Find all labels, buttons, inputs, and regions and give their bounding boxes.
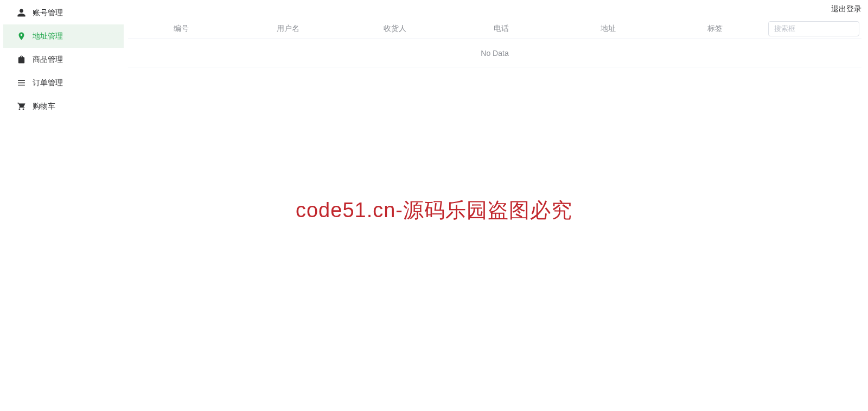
list-icon bbox=[16, 78, 26, 88]
sidebar-item-product[interactable]: 商品管理 bbox=[3, 48, 124, 71]
sidebar-item-account[interactable]: 账号管理 bbox=[3, 1, 124, 24]
col-username: 用户名 bbox=[235, 24, 342, 34]
col-receiver: 收货人 bbox=[341, 24, 448, 34]
col-phone: 电话 bbox=[448, 24, 555, 34]
search-input[interactable] bbox=[768, 21, 859, 36]
location-icon bbox=[16, 31, 26, 41]
sidebar-item-cart[interactable]: 购物车 bbox=[3, 94, 124, 118]
sidebar-item-label: 购物车 bbox=[33, 102, 55, 111]
main-content: 编号 用户名 收货人 电话 地址 标签 No Data bbox=[128, 18, 861, 67]
table-header: 编号 用户名 收货人 电话 地址 标签 bbox=[128, 18, 861, 39]
col-address: 地址 bbox=[555, 24, 662, 34]
col-id: 编号 bbox=[128, 24, 235, 34]
col-tag: 标签 bbox=[661, 24, 768, 34]
address-table: 编号 用户名 收货人 电话 地址 标签 No Data bbox=[128, 18, 861, 67]
col-search bbox=[768, 21, 861, 36]
sidebar-item-address[interactable]: 地址管理 bbox=[3, 24, 124, 48]
logout-link[interactable]: 退出登录 bbox=[831, 4, 861, 13]
sidebar: 账号管理 地址管理 商品管理 订单管理 购物车 bbox=[3, 1, 124, 118]
table-empty: No Data bbox=[128, 39, 861, 67]
bag-icon bbox=[16, 55, 26, 65]
header: 退出登录 bbox=[831, 4, 861, 14]
cart-icon bbox=[16, 102, 26, 111]
sidebar-item-label: 地址管理 bbox=[33, 31, 63, 41]
sidebar-item-label: 商品管理 bbox=[33, 55, 63, 65]
sidebar-item-label: 订单管理 bbox=[33, 78, 63, 88]
user-icon bbox=[16, 8, 26, 18]
sidebar-item-label: 账号管理 bbox=[33, 8, 63, 18]
watermark-text: code51.cn-源码乐园盗图必究 bbox=[0, 197, 868, 224]
sidebar-item-order[interactable]: 订单管理 bbox=[3, 71, 124, 94]
